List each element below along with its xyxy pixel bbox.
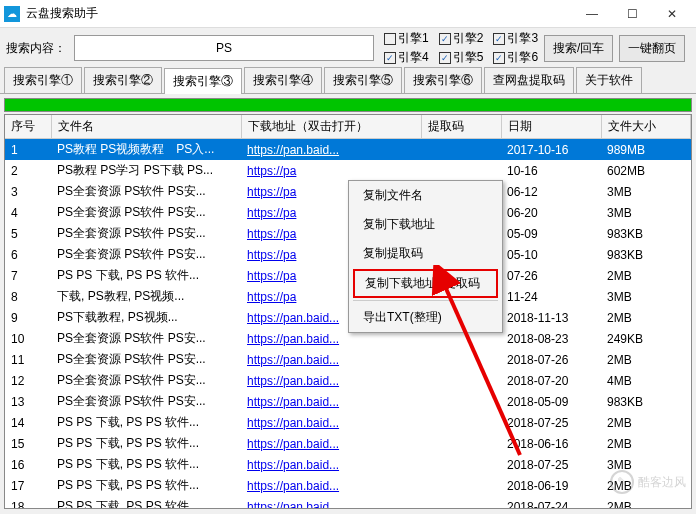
col-url[interactable]: 下载地址（双击打开） xyxy=(241,115,421,139)
table-row[interactable]: 1PS教程 PS视频教程 PS入...https://pan.baid...20… xyxy=(5,139,691,161)
search-input[interactable] xyxy=(74,35,374,61)
table-row[interactable]: 2PS教程 PS学习 PS下载 PS...https://pa10-16602M… xyxy=(5,160,691,181)
watermark-icon: ✎ xyxy=(610,470,634,494)
app-icon: ☁ xyxy=(4,6,20,22)
minimize-button[interactable]: ― xyxy=(572,0,612,28)
engine-checkbox-2[interactable]: ✓引擎2 xyxy=(439,30,484,47)
table-row[interactable]: 12PS全套资源 PS软件 PS安...https://pan.baid...2… xyxy=(5,370,691,391)
col-date[interactable]: 日期 xyxy=(501,115,601,139)
engine-checkbox-3[interactable]: ✓引擎3 xyxy=(493,30,538,47)
table-row[interactable]: 13PS全套资源 PS软件 PS安...https://pan.baid...2… xyxy=(5,391,691,412)
engine-checkboxes: 引擎1✓引擎2✓引擎3✓引擎4✓引擎5✓引擎6 xyxy=(384,30,538,66)
tab-2[interactable]: 搜索引擎③ xyxy=(164,68,242,94)
table-row[interactable]: 15PS PS 下载, PS PS 软件...https://pan.baid.… xyxy=(5,433,691,454)
table-row[interactable]: 17PS PS 下载, PS PS 软件...https://pan.baid.… xyxy=(5,475,691,496)
table-row[interactable]: 14PS PS 下载, PS PS 软件...https://pan.baid.… xyxy=(5,412,691,433)
context-menu: 复制文件名 复制下载地址 复制提取码 复制下载地址+提取码 导出TXT(整理) xyxy=(348,180,503,333)
engine-checkbox-6[interactable]: ✓引擎6 xyxy=(493,49,538,66)
col-size[interactable]: 文件大小 xyxy=(601,115,691,139)
progress-bar xyxy=(4,98,692,112)
engine-checkbox-5[interactable]: ✓引擎5 xyxy=(439,49,484,66)
search-label: 搜索内容： xyxy=(6,40,66,57)
col-filename[interactable]: 文件名 xyxy=(51,115,241,139)
tab-6[interactable]: 查网盘提取码 xyxy=(484,67,574,93)
col-index[interactable]: 序号 xyxy=(5,115,51,139)
titlebar: ☁ 云盘搜索助手 ― ☐ ✕ xyxy=(0,0,696,28)
ctx-copy-url[interactable]: 复制下载地址 xyxy=(349,210,502,239)
table-row[interactable]: 16PS PS 下载, PS PS 软件...https://pan.baid.… xyxy=(5,454,691,475)
ctx-export-txt[interactable]: 导出TXT(整理) xyxy=(349,303,502,332)
tab-5[interactable]: 搜索引擎⑥ xyxy=(404,67,482,93)
table-row[interactable]: 11PS全套资源 PS软件 PS安...https://pan.baid...2… xyxy=(5,349,691,370)
ctx-copy-url-code[interactable]: 复制下载地址+提取码 xyxy=(353,269,498,298)
tabs: 搜索引擎①搜索引擎②搜索引擎③搜索引擎④搜索引擎⑤搜索引擎⑥查网盘提取码关于软件 xyxy=(0,68,696,94)
watermark-text: 酷客边风 xyxy=(638,474,686,491)
close-button[interactable]: ✕ xyxy=(652,0,692,28)
engine-checkbox-1[interactable]: 引擎1 xyxy=(384,30,429,47)
table-row[interactable]: 18PS PS 下载, PS PS 软件...https://pan.baid.… xyxy=(5,496,691,509)
maximize-button[interactable]: ☐ xyxy=(612,0,652,28)
col-code[interactable]: 提取码 xyxy=(421,115,501,139)
tab-4[interactable]: 搜索引擎⑤ xyxy=(324,67,402,93)
tab-1[interactable]: 搜索引擎② xyxy=(84,67,162,93)
ctx-copy-code[interactable]: 复制提取码 xyxy=(349,239,502,268)
ctx-copy-filename[interactable]: 复制文件名 xyxy=(349,181,502,210)
tab-3[interactable]: 搜索引擎④ xyxy=(244,67,322,93)
watermark: ✎ 酷客边风 xyxy=(610,470,686,494)
ctx-separator xyxy=(353,300,498,301)
toolbar: 搜索内容： 引擎1✓引擎2✓引擎3✓引擎4✓引擎5✓引擎6 搜索/回车 一键翻页 xyxy=(0,28,696,68)
window-title: 云盘搜索助手 xyxy=(26,5,572,22)
page-button[interactable]: 一键翻页 xyxy=(619,35,685,62)
search-button[interactable]: 搜索/回车 xyxy=(544,35,613,62)
tab-0[interactable]: 搜索引擎① xyxy=(4,67,82,93)
tab-7[interactable]: 关于软件 xyxy=(576,67,642,93)
engine-checkbox-4[interactable]: ✓引擎4 xyxy=(384,49,429,66)
